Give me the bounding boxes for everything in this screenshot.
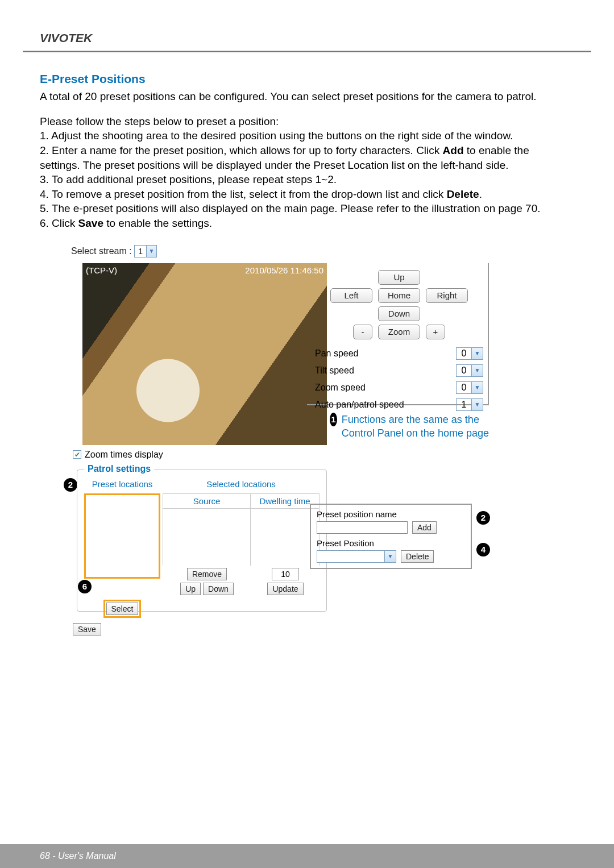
delete-button[interactable]: Delete	[401, 550, 434, 563]
zoom-out-button[interactable]: -	[353, 325, 372, 339]
intro-text: A total of 20 preset positions can be co…	[40, 89, 574, 104]
section-title: E-Preset Positions	[40, 72, 574, 86]
step-list: 1. Adjust the shooting area to the desir…	[40, 128, 574, 230]
tilt-speed-select[interactable]: 0 ▼	[456, 364, 483, 377]
preset-position-name-label: Preset position name	[317, 509, 465, 519]
chevron-down-icon[interactable]: ▼	[472, 364, 483, 377]
step-4a: 4. To remove a preset position from the …	[40, 188, 447, 200]
control-panel: Up Left Home Right Down - Zoom + Pan spe…	[307, 263, 489, 405]
step-6b: to enable the settings.	[103, 217, 212, 229]
chevron-down-icon[interactable]: ▼	[472, 347, 483, 360]
up-button[interactable]: Up	[378, 270, 420, 285]
left-button[interactable]: Left	[330, 288, 372, 303]
preset-locations-list[interactable]	[84, 493, 160, 579]
step-5: 5. The e-preset positions will also disp…	[40, 201, 574, 216]
select-button[interactable]: Select	[106, 603, 139, 615]
select-stream-label: Select stream :	[71, 246, 132, 256]
home-button[interactable]: Home	[378, 288, 420, 303]
step-2: 2. Enter a name for the preset position,…	[40, 143, 574, 158]
save-button[interactable]: Save	[73, 623, 101, 636]
selected-locations-header: Selected locations	[161, 476, 321, 492]
step-4b: .	[479, 188, 482, 200]
preset-position-dropdown[interactable]: ▼	[317, 550, 396, 563]
select-stream-row: Select stream : 1 ▼	[71, 245, 157, 258]
remove-button[interactable]: Remove	[187, 568, 227, 580]
zoom-label-button[interactable]: Zoom	[378, 325, 420, 339]
step-2a: 2. Enter a name for the preset position,…	[40, 144, 443, 156]
source-header: Source	[163, 494, 251, 508]
dwelling-time-input[interactable]: 10	[272, 568, 299, 580]
select-button-highlight: Select	[103, 600, 142, 618]
video-overlay-left: (TCP-V)	[86, 265, 117, 275]
page: VIVOTEK E-Preset Positions A total of 20…	[0, 0, 614, 868]
content: E-Preset Positions A total of 20 preset …	[23, 72, 591, 643]
footer: 68 - User's Manual	[0, 844, 614, 868]
preset-position-box: Preset position name Add Preset Position…	[310, 504, 472, 569]
tilt-speed-label: Tilt speed	[315, 366, 456, 376]
zoom-times-checkbox-row: ✔ Zoom times display	[73, 450, 163, 460]
zoom-speed-label: Zoom speed	[315, 383, 456, 393]
pan-speed-label: Pan speed	[315, 348, 456, 359]
pan-speed-value: 0	[456, 347, 472, 360]
callout-1-icon: 1	[330, 413, 337, 426]
auto-speed-value: 1	[456, 398, 472, 411]
dwelling-header: Dwelling time	[251, 494, 319, 508]
callout-2-left-icon: 2	[64, 478, 77, 492]
zoom-in-button[interactable]: +	[426, 325, 445, 339]
right-button[interactable]: Right	[426, 288, 468, 303]
patrol-up-button[interactable]: Up	[180, 583, 201, 595]
patrol-down-button[interactable]: Down	[203, 583, 234, 595]
step-2b: to enable the	[464, 144, 529, 156]
video-image	[82, 263, 327, 445]
tilt-speed-value: 0	[456, 364, 472, 377]
chevron-down-icon[interactable]: ▼	[146, 246, 156, 257]
header-rule	[23, 51, 591, 52]
step-4-bold: Delete	[447, 188, 479, 200]
select-stream-dropdown[interactable]: 1 ▼	[134, 245, 157, 258]
callout-4-icon: 4	[476, 543, 490, 556]
chevron-down-icon[interactable]: ▼	[472, 381, 483, 394]
auto-speed-label: Auto pan/patrol speed	[315, 400, 456, 410]
step-3: 3. To add additional preset positions, p…	[40, 172, 574, 187]
save-row: Save	[73, 623, 101, 636]
callout-2-right-icon: 2	[476, 511, 490, 525]
patrol-legend: Patrol settings	[84, 464, 154, 474]
chevron-down-icon[interactable]: ▼	[472, 398, 483, 411]
select-stream-value: 1	[135, 247, 146, 256]
zoom-speed-select[interactable]: 0 ▼	[456, 381, 483, 394]
step-4: 4. To remove a preset position from the …	[40, 187, 574, 202]
annotation-1-text: Functions are the same as the Control Pa…	[342, 413, 495, 441]
selected-locations-wrap: Source Dwelling time Remove 10	[163, 493, 320, 595]
step-6-bold: Save	[78, 217, 103, 229]
zoom-times-label: Zoom times display	[85, 450, 163, 460]
zoom-times-checkbox[interactable]: ✔	[73, 450, 81, 459]
footer-text: 68 - User's Manual	[40, 851, 116, 861]
step-6: 6. Click Save to enable the settings.	[40, 216, 574, 231]
selected-locations-list[interactable]	[163, 509, 320, 566]
down-button[interactable]: Down	[378, 306, 420, 321]
preset-position-name-input[interactable]	[317, 521, 408, 534]
pan-speed-select[interactable]: 0 ▼	[456, 347, 483, 360]
update-button[interactable]: Update	[267, 583, 303, 595]
preset-position-label: Preset Position	[317, 538, 465, 548]
chevron-down-icon[interactable]: ▼	[384, 551, 396, 562]
brand: VIVOTEK	[23, 17, 591, 51]
step-1: 1. Adjust the shooting area to the desir…	[40, 128, 574, 143]
follow-text: Please follow the steps below to preset …	[40, 114, 574, 129]
step-2c: settings. The preset positions will be d…	[40, 158, 574, 173]
auto-speed-select[interactable]: 1 ▼	[456, 398, 483, 411]
patrol-settings-fieldset: Patrol settings Preset locations Selecte…	[77, 470, 327, 612]
zoom-speed-value: 0	[456, 381, 472, 394]
step-6a: 6. Click	[40, 217, 78, 229]
mock-area: Select stream : 1 ▼ (TCP-V) 2010/05/26 1…	[40, 245, 574, 643]
video-preview: (TCP-V) 2010/05/26 11:46:50	[82, 263, 327, 445]
annotation-1: 1 Functions are the same as the Control …	[330, 413, 495, 441]
add-button[interactable]: Add	[412, 521, 437, 534]
step-2-bold: Add	[443, 144, 464, 156]
preset-locations-header: Preset locations	[83, 476, 161, 492]
